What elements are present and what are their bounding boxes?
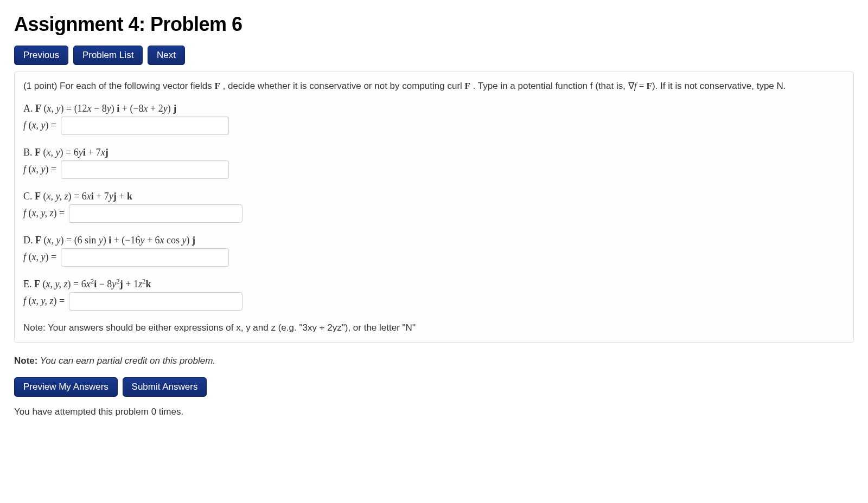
- part-b: B. F (x, y) = 6yi + 7xj f (x, y) =: [23, 147, 845, 179]
- part-b-equation: B. F (x, y) = 6yi + 7xj: [23, 147, 845, 158]
- part-c-answer-label: f (x, y, z) =: [23, 208, 65, 219]
- part-c-ans-vars: x, y, z: [32, 208, 54, 218]
- next-button[interactable]: Next: [148, 46, 185, 65]
- intro-text-4: ). If it is not conservative, type N.: [652, 81, 786, 91]
- submit-answers-button[interactable]: Submit Answers: [123, 377, 207, 397]
- part-d-equation: D. F (x, y) = (6 sin y) i + (−16y + 6x c…: [23, 235, 845, 246]
- part-b-input[interactable]: [61, 160, 229, 179]
- credit-note: Note: You can earn partial credit on thi…: [14, 356, 854, 366]
- part-e-ans-vars: x, y, z: [32, 295, 54, 306]
- part-a-equation: A. F (x, y) = (12x − 8y) i + (−8x + 2y) …: [23, 103, 845, 114]
- action-row: Preview My Answers Submit Answers: [14, 377, 854, 397]
- part-b-label: B.: [23, 147, 33, 158]
- part-b-vars: x, y: [47, 147, 60, 158]
- part-d-vars: x, y: [47, 235, 61, 246]
- part-e: E. F (x, y, z) = 6x2i − 8y2j + 1z2k f (x…: [23, 279, 845, 311]
- previous-button[interactable]: Previous: [14, 46, 68, 65]
- intro-text-2: , decide whether it is conservative or n…: [220, 81, 465, 91]
- credit-note-bold: Note:: [14, 356, 37, 366]
- attempt-count: You have attempted this problem 0 times.: [14, 407, 854, 417]
- intro-grad: ∇f = F: [628, 81, 652, 91]
- credit-note-italic: You can earn partial credit on this prob…: [37, 356, 215, 366]
- note-in-box: Note: Your answers should be either expr…: [23, 323, 845, 333]
- part-c: C. F (x, y, z) = 6xi + 7yj + k f (x, y, …: [23, 191, 845, 223]
- part-e-input[interactable]: [69, 292, 242, 311]
- page-title: Assignment 4: Problem 6: [14, 13, 854, 36]
- intro-F-2: F: [465, 81, 470, 91]
- part-c-label: C.: [23, 191, 33, 202]
- part-c-input[interactable]: [69, 204, 242, 223]
- part-d: D. F (x, y) = (6 sin y) i + (−16y + 6x c…: [23, 235, 845, 267]
- problem-list-button[interactable]: Problem List: [73, 46, 143, 65]
- part-a-vars: x, y: [47, 103, 61, 114]
- part-b-answer-label: f (x, y) =: [23, 164, 56, 175]
- intro-text-1: (1 point) For each of the following vect…: [23, 81, 214, 91]
- intro-F-1: F: [214, 81, 220, 91]
- preview-answers-button[interactable]: Preview My Answers: [14, 377, 118, 397]
- part-d-answer-label: f (x, y) =: [23, 252, 56, 263]
- part-a: A. F (x, y) = (12x − 8y) i + (−8x + 2y) …: [23, 103, 845, 135]
- part-d-label: D.: [23, 235, 33, 246]
- part-e-label: E.: [23, 279, 32, 289]
- nav-row: Previous Problem List Next: [14, 46, 854, 65]
- part-c-vars: x, y, z: [47, 191, 68, 202]
- part-a-answer-label: f (x, y) =: [23, 120, 56, 131]
- part-a-label: A.: [23, 103, 33, 114]
- problem-intro: (1 point) For each of the following vect…: [23, 80, 845, 93]
- part-d-ans-vars: x, y: [32, 252, 46, 262]
- part-e-equation: E. F (x, y, z) = 6x2i − 8y2j + 1z2k: [23, 279, 845, 290]
- part-a-input[interactable]: [61, 117, 229, 135]
- part-e-vars: x, y, z: [46, 279, 68, 289]
- problem-box: (1 point) For each of the following vect…: [14, 72, 854, 343]
- part-a-ans-vars: x, y: [32, 120, 46, 131]
- intro-text-3: . Type in a potential function f (that i…: [470, 81, 628, 91]
- part-c-equation: C. F (x, y, z) = 6xi + 7yj + k: [23, 191, 845, 202]
- part-d-input[interactable]: [61, 248, 229, 267]
- part-e-answer-label: f (x, y, z) =: [23, 295, 65, 307]
- part-b-ans-vars: x, y: [32, 164, 46, 175]
